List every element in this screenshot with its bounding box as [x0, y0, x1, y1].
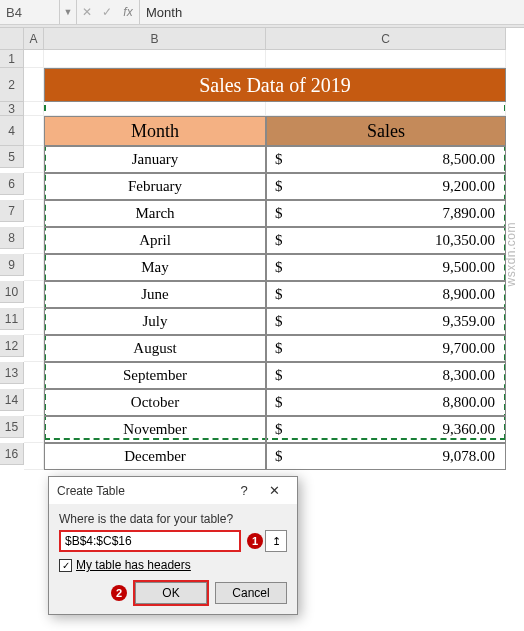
cell[interactable] — [24, 116, 44, 146]
dialog-help-button[interactable]: ? — [229, 483, 259, 498]
row-header-13[interactable]: 13 — [0, 362, 24, 384]
table-cell-sales[interactable]: $8,300.00 — [266, 362, 506, 389]
dialog-prompt: Where is the data for your table? — [59, 512, 287, 526]
name-box[interactable]: B4 — [0, 0, 60, 24]
cell[interactable] — [44, 102, 266, 116]
cell[interactable] — [24, 443, 44, 470]
accept-formula-icon[interactable]: ✓ — [97, 5, 117, 19]
row-header-5[interactable]: 5 — [0, 146, 24, 168]
table-cell-month[interactable]: July — [44, 308, 266, 335]
currency-symbol: $ — [275, 151, 283, 168]
table-cell-month[interactable]: October — [44, 389, 266, 416]
row-header-8[interactable]: 8 — [0, 227, 24, 249]
table-cell-sales[interactable]: $9,700.00 — [266, 335, 506, 362]
row-header-7[interactable]: 7 — [0, 200, 24, 222]
table-header-sales[interactable]: Sales — [266, 116, 506, 146]
cell[interactable] — [266, 50, 506, 68]
table-cell-month[interactable]: February — [44, 173, 266, 200]
dialog-titlebar: Create Table ? ✕ — [49, 477, 297, 504]
table-cell-sales[interactable]: $8,900.00 — [266, 281, 506, 308]
table-cell-sales[interactable]: $9,200.00 — [266, 173, 506, 200]
table-cell-month[interactable]: January — [44, 146, 266, 173]
ok-button[interactable]: OK — [135, 582, 207, 604]
table-cell-sales[interactable]: $8,800.00 — [266, 389, 506, 416]
row-header-12[interactable]: 12 — [0, 335, 24, 357]
headers-checkbox[interactable]: ✓ — [59, 559, 72, 572]
cell[interactable] — [266, 102, 506, 116]
row-header-14[interactable]: 14 — [0, 389, 24, 411]
cell[interactable] — [24, 200, 44, 227]
formula-bar: B4 ▼ ✕ ✓ fx Month — [0, 0, 524, 25]
cancel-button[interactable]: Cancel — [215, 582, 287, 604]
row-header-9[interactable]: 9 — [0, 254, 24, 276]
headers-checkbox-label[interactable]: My table has headers — [76, 558, 191, 572]
row-header-6[interactable]: 6 — [0, 173, 24, 195]
cell[interactable] — [24, 362, 44, 389]
cell[interactable] — [24, 68, 44, 102]
table-cell-month[interactable]: December — [44, 443, 266, 470]
worksheet-grid[interactable]: A B C 12Sales Data of 201934MonthSales5J… — [0, 28, 524, 470]
sales-value: 7,890.00 — [443, 205, 496, 222]
cell[interactable] — [24, 335, 44, 362]
sales-value: 9,359.00 — [443, 313, 496, 330]
column-header-b[interactable]: B — [44, 28, 266, 50]
row-header-1[interactable]: 1 — [0, 50, 24, 68]
row-header-3[interactable]: 3 — [0, 102, 24, 116]
currency-symbol: $ — [275, 340, 283, 357]
table-cell-sales[interactable]: $10,350.00 — [266, 227, 506, 254]
cell[interactable] — [24, 227, 44, 254]
cell[interactable] — [24, 389, 44, 416]
table-cell-month[interactable]: April — [44, 227, 266, 254]
sales-value: 9,700.00 — [443, 340, 496, 357]
table-cell-sales[interactable]: $9,500.00 — [266, 254, 506, 281]
table-range-input[interactable]: $B$4:$C$16 — [59, 530, 241, 552]
currency-symbol: $ — [275, 367, 283, 384]
cell[interactable] — [24, 254, 44, 281]
table-cell-month[interactable]: September — [44, 362, 266, 389]
cell[interactable] — [24, 281, 44, 308]
row-header-10[interactable]: 10 — [0, 281, 24, 303]
row-header-15[interactable]: 15 — [0, 416, 24, 438]
dialog-close-button[interactable]: ✕ — [259, 483, 289, 498]
watermark: wsxdn.com — [504, 222, 518, 287]
dialog-title-text: Create Table — [57, 484, 229, 498]
callout-2: 2 — [111, 585, 127, 601]
sales-value: 9,200.00 — [443, 178, 496, 195]
formula-input[interactable]: Month — [140, 5, 182, 20]
sales-value: 8,900.00 — [443, 286, 496, 303]
cell[interactable] — [24, 50, 44, 68]
fx-icon[interactable]: fx — [117, 5, 139, 19]
callout-1: 1 — [247, 533, 263, 549]
cell[interactable] — [24, 308, 44, 335]
cell[interactable] — [24, 102, 44, 116]
row-header-11[interactable]: 11 — [0, 308, 24, 330]
title-cell[interactable]: Sales Data of 2019 — [44, 68, 506, 102]
column-header-a[interactable]: A — [24, 28, 44, 50]
row-header-4[interactable]: 4 — [0, 116, 24, 146]
table-cell-month[interactable]: November — [44, 416, 266, 443]
table-cell-month[interactable]: June — [44, 281, 266, 308]
table-cell-month[interactable]: May — [44, 254, 266, 281]
table-cell-sales[interactable]: $9,078.00 — [266, 443, 506, 470]
table-cell-month[interactable]: August — [44, 335, 266, 362]
refedit-collapse-button[interactable]: ↥ — [265, 530, 287, 552]
sales-value: 10,350.00 — [435, 232, 495, 249]
row-header-2[interactable]: 2 — [0, 68, 24, 102]
cell[interactable] — [24, 146, 44, 173]
table-header-month[interactable]: Month — [44, 116, 266, 146]
table-cell-sales[interactable]: $8,500.00 — [266, 146, 506, 173]
name-box-dropdown-icon[interactable]: ▼ — [60, 7, 76, 17]
column-header-c[interactable]: C — [266, 28, 506, 50]
select-all-corner[interactable] — [0, 28, 24, 50]
cell[interactable] — [24, 173, 44, 200]
table-cell-sales[interactable]: $9,359.00 — [266, 308, 506, 335]
cancel-formula-icon[interactable]: ✕ — [77, 5, 97, 19]
cell[interactable] — [24, 416, 44, 443]
currency-symbol: $ — [275, 205, 283, 222]
table-cell-month[interactable]: March — [44, 200, 266, 227]
table-cell-sales[interactable]: $9,360.00 — [266, 416, 506, 443]
table-cell-sales[interactable]: $7,890.00 — [266, 200, 506, 227]
row-header-16[interactable]: 16 — [0, 443, 24, 465]
cell[interactable] — [44, 50, 266, 68]
sales-value: 9,360.00 — [443, 421, 496, 438]
